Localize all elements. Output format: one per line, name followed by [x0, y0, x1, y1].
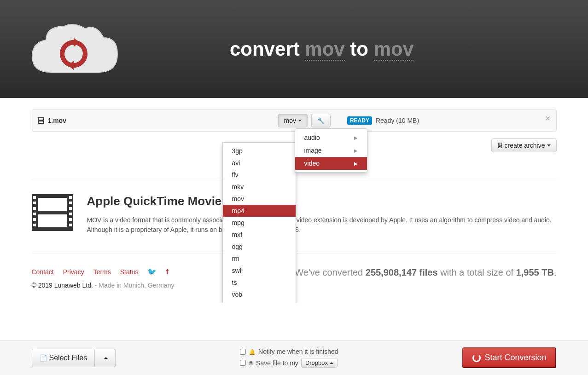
title-prefix: convert — [230, 38, 305, 60]
format-selected-label: mov — [284, 117, 296, 124]
caret-down-icon — [547, 144, 551, 146]
create-archive-button[interactable]: create archive — [491, 138, 557, 152]
svg-rect-7 — [33, 218, 36, 221]
format-item-flv[interactable]: flv — [223, 169, 296, 181]
wrench-icon — [317, 117, 325, 124]
settings-button[interactable] — [311, 114, 331, 127]
format-dropdown: 3gpaviflvmkvmovmp4mpgmxfoggrmswftsvobweb… — [222, 142, 296, 303]
format-item-3gp[interactable]: 3gp — [223, 145, 296, 157]
format-item-mxf[interactable]: mxf — [223, 229, 296, 241]
footer-link-status[interactable]: Status — [120, 268, 139, 276]
film-strip-icon — [32, 194, 73, 231]
category-item-image[interactable]: image▶ — [295, 144, 367, 157]
stats-files: 255,908,147 files — [366, 267, 438, 277]
svg-rect-1 — [38, 198, 67, 211]
status-text: Ready (10 MB) — [376, 117, 419, 124]
category-item-video[interactable]: video▶ — [295, 157, 367, 170]
header: convert mov to mov — [0, 0, 588, 98]
svg-rect-13 — [69, 218, 72, 221]
file-name: 1.mov — [48, 117, 278, 124]
category-item-audio[interactable]: audio▶ — [295, 131, 367, 144]
svg-rect-6 — [33, 213, 36, 215]
format-item-rm[interactable]: rm — [223, 253, 296, 265]
svg-rect-10 — [69, 202, 72, 204]
create-archive-label: create archive — [505, 142, 545, 149]
category-dropdown: audio▶image▶video▶ — [295, 128, 367, 173]
format-item-mkv[interactable]: mkv — [223, 181, 296, 193]
format-item-avi[interactable]: avi — [223, 157, 296, 169]
title-format-from[interactable]: mov — [305, 38, 344, 61]
film-icon — [38, 117, 44, 124]
stats-mid: with a total size of — [438, 267, 516, 277]
footer-copyright: © 2019 Lunaweb Ltd. - Made in Munich, Ge… — [32, 282, 175, 289]
info-text: MOV is a video format that is commonly a… — [87, 215, 557, 235]
title-format-to[interactable]: mov — [374, 38, 413, 61]
format-item-webm[interactable]: webm — [223, 300, 296, 303]
stats-prefix: We've converted — [295, 267, 366, 277]
stats-text: We've converted 255,908,147 files with a… — [295, 267, 556, 278]
svg-rect-12 — [69, 213, 72, 215]
status-badge: READY — [347, 116, 372, 125]
copyright-text: © 2019 Lunaweb Ltd. — [32, 282, 93, 289]
title-mid: to — [345, 38, 374, 60]
caret-down-icon — [298, 120, 302, 121]
twitter-icon[interactable]: 🐦 — [147, 267, 157, 276]
file-row: 1.mov mov READY Ready (10 MB) × audio▶im… — [32, 110, 557, 132]
close-icon[interactable]: × — [545, 114, 551, 123]
format-item-swf[interactable]: swf — [223, 265, 296, 277]
footer-link-contact[interactable]: Contact — [32, 268, 54, 276]
footer-links: ContactPrivacyTermsStatus🐦f — [32, 267, 175, 276]
svg-rect-9 — [69, 196, 72, 199]
format-item-mp4[interactable]: mp4 — [223, 205, 296, 217]
footer-link-terms[interactable]: Terms — [93, 268, 111, 276]
stats-size: 1,955 TB — [516, 267, 554, 277]
page-title: convert mov to mov — [124, 38, 519, 60]
svg-rect-14 — [69, 224, 72, 226]
format-item-vob[interactable]: vob — [223, 288, 296, 300]
svg-rect-3 — [33, 196, 36, 199]
facebook-icon[interactable]: f — [166, 268, 168, 276]
archive-icon — [497, 142, 505, 149]
format-item-mpg[interactable]: mpg — [223, 217, 296, 229]
svg-rect-8 — [33, 224, 36, 226]
format-item-ts[interactable]: ts — [223, 277, 296, 288]
format-item-mov[interactable]: mov — [223, 193, 296, 205]
format-item-ogg[interactable]: ogg — [223, 241, 296, 253]
format-dropdown-button[interactable]: mov — [278, 114, 308, 127]
svg-rect-4 — [33, 202, 36, 204]
stats-suffix: . — [554, 267, 557, 277]
info-title: Apple QuickTime Movie — [87, 194, 557, 208]
svg-rect-2 — [38, 214, 67, 227]
made-in-text: - Made in Munich, Germany — [93, 282, 175, 289]
svg-rect-5 — [33, 207, 36, 210]
footer-link-privacy[interactable]: Privacy — [63, 268, 84, 276]
svg-rect-11 — [69, 207, 72, 210]
logo-cloud-icon — [23, 12, 124, 86]
